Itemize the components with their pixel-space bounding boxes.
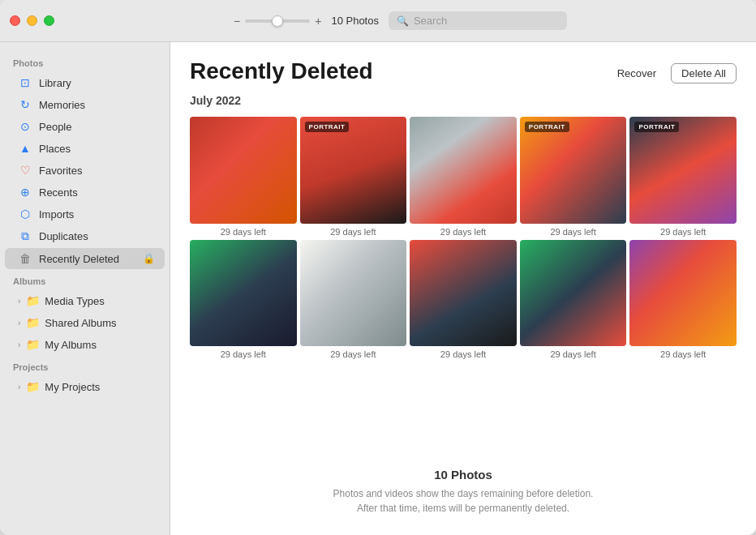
photo-count-label: 10 Photos: [331, 15, 379, 27]
zoom-thumb[interactable]: [272, 15, 283, 27]
days-left-label: 29 days left: [440, 349, 486, 359]
days-left-label: 29 days left: [330, 227, 376, 237]
sidebar-item-memories[interactable]: ↻ Memories: [5, 94, 165, 115]
date-label: July 2022: [170, 94, 756, 117]
days-left-label: 29 days left: [550, 227, 595, 237]
sidebar-item-recently-deleted[interactable]: 🗑 Recently Deleted 🔒: [5, 248, 165, 269]
sidebar-group-my-projects[interactable]: › 📁 My Projects: [5, 376, 165, 397]
photo-thumbnail[interactable]: [300, 240, 407, 347]
sidebar-section-projects: Projects: [0, 356, 170, 375]
zoom-slider[interactable]: [245, 19, 310, 23]
titlebar: − + 10 Photos 🔍 Search: [0, 0, 756, 42]
days-left-label: 29 days left: [440, 227, 486, 237]
sidebar-item-imports[interactable]: ⬡ Imports: [5, 203, 165, 225]
sidebar-item-label: Shared Albums: [45, 317, 116, 329]
recover-button[interactable]: Recover: [609, 64, 664, 83]
sidebar-group-shared-albums[interactable]: › 📁 Shared Albums: [5, 312, 165, 333]
photo-thumbnail[interactable]: PORTRAIT: [300, 117, 407, 224]
days-left-label: 29 days left: [330, 349, 376, 359]
search-icon: 🔍: [397, 15, 409, 27]
days-left-label: 29 days left: [660, 227, 706, 237]
photo-thumbnail[interactable]: [410, 117, 517, 224]
photo-item[interactable]: 29 days left: [410, 117, 517, 237]
delete-all-button[interactable]: Delete All: [671, 63, 737, 83]
content-footer: 10 Photos Photos and videos show the day…: [170, 452, 756, 535]
chevron-right-icon: ›: [18, 297, 20, 306]
places-icon: ▲: [18, 142, 32, 155]
portrait-badge: PORTRAIT: [634, 122, 679, 132]
sidebar-item-label: Memories: [39, 99, 85, 111]
portrait-badge: PORTRAIT: [305, 122, 350, 132]
sidebar-item-label: Recents: [39, 186, 78, 199]
sidebar-item-people[interactable]: ⊙ People: [5, 116, 165, 137]
sidebar-item-favorites[interactable]: ♡ Favorites: [5, 160, 165, 181]
sidebar-item-label: Recently Deleted: [39, 253, 119, 265]
footer-title: 10 Photos: [190, 468, 737, 481]
search-bar[interactable]: 🔍 Search: [389, 11, 567, 30]
zoom-out-icon[interactable]: −: [234, 15, 240, 28]
sidebar-group-my-albums[interactable]: › 📁 My Albums: [5, 334, 165, 355]
sidebar-section-albums: Albums: [0, 270, 170, 289]
photo-thumbnail[interactable]: [629, 240, 737, 347]
sidebar-item-duplicates[interactable]: ⧉ Duplicates: [5, 225, 165, 247]
photo-item[interactable]: 29 days left: [190, 240, 297, 360]
photo-thumbnail[interactable]: [190, 117, 297, 224]
folder-icon: 📁: [25, 338, 40, 351]
sidebar-item-label: Media Types: [45, 295, 104, 307]
sidebar-item-recents[interactable]: ⊕ Recents: [5, 182, 165, 203]
traffic-lights: [10, 15, 54, 26]
days-left-label: 29 days left: [221, 349, 266, 359]
favorites-icon: ♡: [18, 164, 32, 177]
duplicates-icon: ⧉: [18, 229, 32, 243]
days-left-label: 29 days left: [221, 227, 266, 237]
minimize-button[interactable]: [27, 15, 37, 26]
chevron-right-icon: ›: [18, 383, 20, 392]
search-placeholder: Search: [414, 15, 447, 27]
trash-icon: 🗑: [18, 252, 32, 265]
photo-thumbnail[interactable]: PORTRAIT: [629, 117, 737, 224]
photo-item[interactable]: 29 days left: [520, 240, 627, 360]
photo-grid: 29 days left PORTRAIT 29 days left 29 da…: [170, 117, 756, 372]
page-title: Recently Deleted: [190, 58, 373, 84]
photo-item[interactable]: 29 days left: [629, 240, 737, 360]
content-area: Recently Deleted Recover Delete All July…: [170, 42, 756, 535]
photo-thumbnail[interactable]: [520, 240, 627, 347]
photo-item[interactable]: 29 days left: [190, 117, 297, 237]
photo-item[interactable]: PORTRAIT 29 days left: [629, 117, 737, 237]
footer-description: Photos and videos show the days remainin…: [190, 486, 737, 516]
sidebar-item-places[interactable]: ▲ Places: [5, 138, 165, 159]
chevron-right-icon: ›: [18, 319, 20, 327]
lock-icon: 🔒: [143, 253, 155, 264]
library-icon: ⊡: [18, 76, 32, 89]
sidebar-item-label: Imports: [39, 208, 74, 220]
close-button[interactable]: [10, 15, 20, 26]
sidebar-item-label: My Projects: [45, 381, 100, 393]
portrait-badge: PORTRAIT: [525, 122, 569, 132]
sidebar-section-photos: Photos: [0, 52, 170, 71]
photo-item[interactable]: PORTRAIT 29 days left: [520, 117, 627, 237]
days-left-label: 29 days left: [550, 349, 595, 359]
photo-item[interactable]: 29 days left: [410, 240, 517, 360]
photo-thumbnail[interactable]: [410, 240, 517, 347]
zoom-controls: − +: [234, 15, 321, 28]
chevron-right-icon: ›: [18, 340, 20, 349]
sidebar: Photos ⊡ Library ↻ Memories ⊙ People ▲ P…: [0, 42, 170, 535]
people-icon: ⊙: [18, 120, 32, 133]
sidebar-item-library[interactable]: ⊡ Library: [5, 72, 165, 93]
sidebar-item-label: Places: [39, 143, 71, 155]
days-left-label: 29 days left: [660, 349, 706, 359]
zoom-in-icon[interactable]: +: [315, 15, 321, 28]
photo-thumbnail[interactable]: [190, 240, 297, 347]
sidebar-item-label: People: [39, 121, 71, 133]
folder-icon: 📁: [25, 294, 40, 307]
photo-item[interactable]: 29 days left: [300, 240, 407, 360]
sidebar-item-label: Favorites: [39, 165, 82, 177]
imports-icon: ⬡: [18, 208, 32, 220]
memories-icon: ↻: [18, 98, 32, 111]
sidebar-group-media-types[interactable]: › 📁 Media Types: [5, 290, 165, 311]
photo-item[interactable]: PORTRAIT 29 days left: [300, 117, 407, 237]
maximize-button[interactable]: [44, 15, 54, 26]
folder-icon: 📁: [25, 316, 40, 329]
photo-thumbnail[interactable]: PORTRAIT: [520, 117, 627, 224]
content-header: Recently Deleted Recover Delete All: [170, 42, 756, 94]
